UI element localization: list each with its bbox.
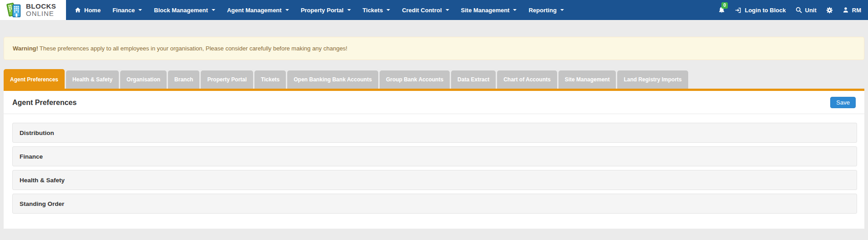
section-title: Health & Safety [20,177,65,184]
preference-sections: Distribution Finance Health & Safety Sta… [4,114,864,214]
login-to-block-label: Login to Block [745,7,786,14]
tab-site-management[interactable]: Site Management [558,70,616,89]
top-navbar: BLOCKS ONLINE Home Finance Block Managem… [0,0,868,20]
nav-item-property-portal[interactable]: Property Portal [295,0,357,20]
chevron-down-icon [285,9,289,11]
save-button[interactable]: Save [830,97,856,108]
nav-item-home[interactable]: Home [69,0,107,20]
nav-item-label: Home [84,7,101,14]
nav-item-tickets[interactable]: Tickets [357,0,396,20]
agent-preferences-panel: Agent Preferences Save Distribution Fina… [4,89,864,229]
tab-land-registry-imports[interactable]: Land Registry Imports [617,70,688,89]
user-initials: RM [852,7,861,14]
unit-search-label: Unit [805,7,817,14]
user-icon [843,7,849,13]
brand-line-online: ONLINE [26,10,56,17]
settings-button[interactable] [826,7,833,14]
navbar-right-tools: 0 Login to Block Unit [718,0,868,20]
preferences-tab-bar: Agent Preferences Health & Safety Organi… [4,69,864,89]
tab-open-banking-bank-accounts[interactable]: Open Banking Bank Accounts [287,70,378,89]
notifications-button[interactable]: 0 [718,6,725,14]
warning-title: Warning! [13,45,38,52]
nav-item-label: Block Management [154,7,208,14]
warning-banner: Warning!These preferences apply to all e… [4,37,864,60]
chevron-down-icon [212,9,215,11]
search-icon [796,7,802,13]
nav-item-label: Property Portal [301,7,344,14]
section-title: Standing Order [20,200,64,207]
blocks-online-logo[interactable]: BLOCKS ONLINE [0,0,66,20]
nav-item-block-management[interactable]: Block Management [148,0,221,20]
tab-group-bank-accounts[interactable]: Group Bank Accounts [380,70,450,89]
home-icon [75,7,81,13]
tab-agent-preferences[interactable]: Agent Preferences [4,69,65,89]
nav-item-label: Tickets [363,7,383,14]
nav-item-site-management[interactable]: Site Management [455,0,523,20]
login-to-block-button[interactable]: Login to Block [735,7,786,14]
chevron-down-icon [347,9,351,11]
nav-item-credit-control[interactable]: Credit Control [396,0,455,20]
notification-count-badge: 0 [721,2,728,9]
unit-search-button[interactable]: Unit [796,7,817,14]
sign-in-icon [735,7,741,14]
chevron-down-icon [138,9,142,11]
gear-icon [826,7,833,14]
brand-wordmark: BLOCKS ONLINE [26,3,56,17]
tab-tickets[interactable]: Tickets [254,70,286,89]
tab-property-portal[interactable]: Property Portal [201,70,253,89]
nav-item-label: Credit Control [402,7,442,14]
accordion-section-finance[interactable]: Finance [12,146,857,166]
tab-health-safety[interactable]: Health & Safety [66,70,119,89]
nav-item-label: Site Management [461,7,510,14]
nav-item-label: Agent Management [227,7,282,14]
section-title: Finance [20,153,43,160]
accordion-section-health-safety[interactable]: Health & Safety [12,170,857,190]
tab-organisation[interactable]: Organisation [120,70,167,89]
main-menu: Home Finance Block Management Agent Mana… [69,0,718,20]
nav-item-reporting[interactable]: Reporting [523,0,569,20]
tab-data-extract[interactable]: Data Extract [451,70,496,89]
blocks-online-logo-icon [6,1,23,19]
page-title: Agent Preferences [12,99,76,107]
nav-item-label: Reporting [528,7,556,14]
tab-chart-of-accounts[interactable]: Chart of Accounts [497,70,557,89]
chevron-down-icon [446,9,449,11]
chevron-down-icon [560,9,564,11]
nav-item-agent-management[interactable]: Agent Management [221,0,295,20]
nav-item-finance[interactable]: Finance [107,0,148,20]
accordion-section-distribution[interactable]: Distribution [12,123,857,143]
panel-header: Agent Preferences Save [4,91,864,114]
chevron-down-icon [513,9,517,11]
section-title: Distribution [20,130,54,136]
brand-line-blocks: BLOCKS [26,3,56,10]
user-menu[interactable]: RM [843,7,861,14]
tab-branch[interactable]: Branch [168,70,199,89]
nav-item-label: Finance [112,7,135,14]
warning-message: These preferences apply to all employees… [40,45,347,52]
chevron-down-icon [386,9,390,11]
accordion-section-standing-order[interactable]: Standing Order [12,194,857,214]
